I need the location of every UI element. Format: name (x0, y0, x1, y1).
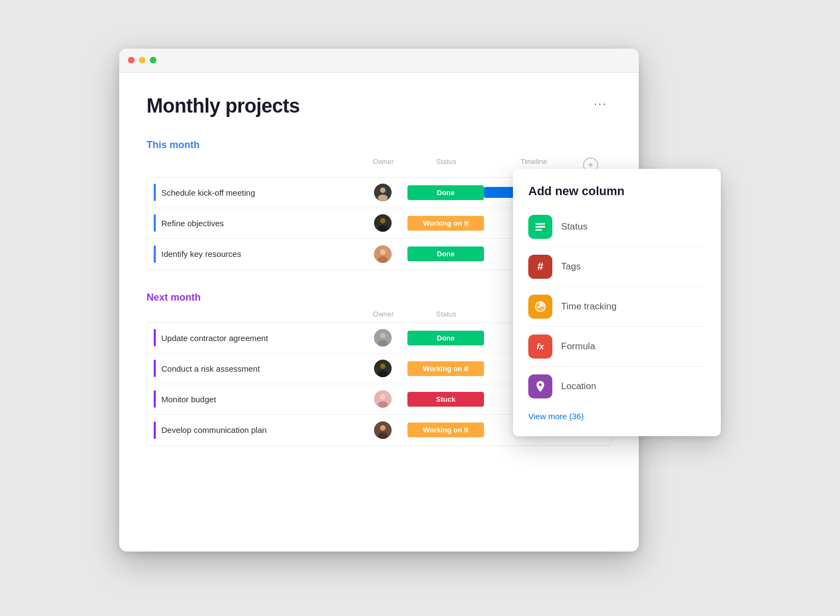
popup-item-formula[interactable]: fx Formula (528, 329, 705, 364)
title-bar (119, 49, 639, 73)
svg-point-1 (380, 187, 386, 193)
owner-cell (358, 390, 407, 408)
svg-point-2 (378, 195, 388, 201)
status-icon (528, 215, 552, 239)
svg-point-7 (380, 249, 386, 255)
more-options-button[interactable]: ··· (590, 95, 611, 113)
popup-formula-label: Formula (561, 341, 595, 352)
owner-cell (358, 360, 407, 377)
row-indicator (154, 184, 156, 201)
row-name-cell: Update contractor agreement (154, 329, 358, 347)
svg-point-14 (378, 371, 388, 377)
scene: Monthly projects ··· This month Owner St… (119, 49, 721, 568)
this-month-label: This month (147, 139, 611, 151)
status-badge: Stuck (407, 392, 484, 407)
row-name-cell: Monitor budget (154, 390, 358, 408)
owner-cell (358, 245, 407, 263)
maximize-button[interactable] (150, 57, 156, 63)
row-name-cell: Conduct a risk assessment (154, 360, 358, 377)
minimize-button[interactable] (139, 57, 145, 63)
svg-point-13 (380, 363, 386, 369)
popup-location-label: Location (561, 381, 596, 392)
avatar (374, 329, 392, 347)
status-badge: Working on it (407, 216, 484, 231)
divider (528, 286, 705, 287)
svg-rect-23 (535, 229, 542, 231)
status-badge: Working on it (407, 361, 484, 376)
row-indicator (154, 245, 156, 263)
svg-rect-22 (535, 226, 545, 227)
divider (528, 247, 705, 247)
row-name-cell: Identify key resources (154, 245, 358, 263)
svg-point-10 (380, 333, 386, 338)
svg-rect-21 (535, 223, 545, 225)
owner-cell (358, 329, 407, 347)
divider (528, 366, 705, 367)
page-header: Monthly projects ··· (147, 95, 611, 118)
svg-point-5 (378, 225, 388, 232)
status-cell: Working on it (407, 216, 484, 231)
popup-time-label: Time tracking (561, 301, 616, 312)
avatar (374, 390, 392, 408)
task-name: Develop communication plan (161, 425, 267, 435)
task-name: Update contractor agreement (161, 333, 268, 343)
popup-item-tags[interactable]: # Tags (528, 249, 705, 284)
status-cell: Working on it (407, 361, 484, 376)
status-cell: Stuck (407, 392, 484, 407)
task-name: Identify key resources (161, 249, 241, 259)
row-indicator (154, 390, 156, 408)
status-badge: Done (407, 185, 484, 200)
task-name: Refine objectives (161, 219, 224, 228)
status-cell: Done (407, 185, 484, 200)
add-column-popup: Add new column Status # Tags (513, 169, 721, 436)
view-more-link[interactable]: View more (36) (528, 412, 705, 421)
popup-title: Add new column (528, 184, 705, 198)
popup-item-location[interactable]: Location (528, 369, 705, 404)
th-status: Status (408, 157, 485, 173)
th-name (153, 310, 359, 318)
avatar (374, 421, 392, 439)
close-button[interactable] (128, 57, 135, 63)
popup-item-time-tracking[interactable]: Time tracking (528, 289, 705, 324)
row-name-cell: Develop communication plan (154, 421, 358, 439)
status-cell: Done (407, 331, 484, 345)
status-badge: Working on it (407, 423, 484, 437)
th-status: Status (408, 310, 485, 318)
divider (528, 326, 705, 327)
svg-point-16 (380, 394, 386, 400)
owner-cell (358, 214, 407, 232)
row-indicator (154, 360, 156, 377)
avatar (374, 360, 392, 377)
avatar (374, 245, 392, 263)
svg-point-8 (378, 256, 388, 263)
location-icon (528, 374, 552, 398)
svg-point-19 (380, 425, 386, 431)
traffic-lights (128, 57, 156, 63)
popup-tags-label: Tags (561, 261, 581, 272)
row-name-cell: Refine objectives (154, 214, 358, 232)
formula-icon: fx (528, 335, 552, 359)
svg-point-25 (539, 383, 542, 386)
th-owner: Owner (359, 310, 408, 318)
popup-status-label: Status (561, 221, 587, 232)
th-owner: Owner (359, 157, 408, 173)
row-indicator (154, 214, 156, 232)
th-name (153, 157, 359, 173)
task-name: Monitor budget (161, 395, 216, 404)
svg-point-11 (378, 340, 388, 347)
task-name: Schedule kick-off meeting (161, 188, 255, 197)
page-title: Monthly projects (147, 95, 300, 118)
popup-item-status[interactable]: Status (528, 209, 705, 244)
owner-cell (358, 184, 407, 201)
owner-cell (358, 421, 407, 439)
svg-point-20 (378, 432, 388, 439)
row-indicator (154, 421, 156, 439)
task-name: Conduct a risk assessment (161, 364, 260, 373)
avatar (374, 214, 392, 232)
avatar (374, 184, 392, 201)
time-tracking-icon (528, 295, 552, 319)
svg-point-4 (380, 218, 386, 224)
row-indicator (154, 329, 156, 347)
status-cell: Done (407, 247, 484, 261)
status-badge: Done (407, 331, 484, 345)
